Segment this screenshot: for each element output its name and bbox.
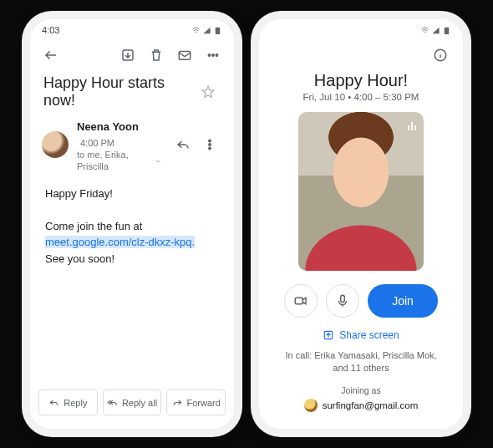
email-subject: Happy Hour starts now! bbox=[43, 74, 196, 109]
star-icon[interactable] bbox=[196, 79, 221, 104]
share-screen-button[interactable]: Share screen bbox=[259, 324, 463, 349]
sender-avatar[interactable] bbox=[42, 131, 69, 158]
sender-name: Neena Yoon bbox=[77, 120, 139, 133]
meeting-time: Fri, Jul 10 • 4:00 – 5:30 PM bbox=[259, 92, 463, 102]
trash-icon[interactable] bbox=[144, 43, 169, 68]
svg-rect-2 bbox=[179, 52, 191, 60]
footer-actions: Reply Reply all Forward bbox=[30, 381, 234, 429]
body-line1: Come join the fun at bbox=[45, 220, 142, 232]
svg-point-5 bbox=[216, 54, 217, 56]
subject-row: Happy Hour starts now! bbox=[30, 69, 234, 118]
in-call-text: In call: Erika Yamasaki, Priscilla Mok, … bbox=[259, 349, 463, 375]
svg-rect-11 bbox=[295, 298, 302, 304]
video-preview[interactable] bbox=[298, 112, 424, 271]
sender-info: Neena Yoon 4:00 PM to me, Erika, Priscil… bbox=[77, 118, 162, 172]
forward-button[interactable]: Forward bbox=[166, 389, 226, 415]
info-icon[interactable] bbox=[428, 43, 453, 68]
joining-as: surfingfan@gmail.com bbox=[259, 399, 463, 412]
gmail-phone: 4:03 Happy Hour starts now! bbox=[30, 19, 234, 429]
svg-point-6 bbox=[209, 140, 211, 142]
mail-icon[interactable] bbox=[172, 43, 197, 68]
svg-rect-0 bbox=[216, 27, 221, 33]
meet-phone: Happy Hour! Fri, Jul 10 • 4:00 – 5:30 PM… bbox=[259, 19, 463, 429]
meeting-title: Happy Hour! bbox=[259, 71, 463, 90]
join-button[interactable]: Join bbox=[368, 284, 438, 318]
signal-icon bbox=[202, 26, 211, 35]
back-icon[interactable] bbox=[38, 43, 64, 68]
status-icons bbox=[420, 26, 451, 35]
status-time: 4:03 bbox=[42, 25, 59, 35]
sender-actions bbox=[170, 132, 222, 157]
svg-point-8 bbox=[209, 148, 211, 150]
meet-header: Happy Hour! Fri, Jul 10 • 4:00 – 5:30 PM bbox=[259, 68, 463, 104]
sender-time: 4:00 PM bbox=[80, 138, 114, 148]
svg-point-4 bbox=[212, 54, 214, 56]
reply-all-button[interactable]: Reply all bbox=[103, 389, 162, 415]
mic-toggle-icon[interactable] bbox=[326, 284, 359, 318]
body-line2: See you soon! bbox=[45, 252, 114, 265]
svg-point-7 bbox=[209, 144, 211, 145]
battery-icon bbox=[213, 26, 222, 35]
status-icons bbox=[191, 26, 222, 35]
sender-to[interactable]: to me, Erika, Priscilla bbox=[77, 150, 162, 171]
user-avatar bbox=[304, 399, 318, 412]
email-body: Happy Friday! Come join the fun at meet.… bbox=[30, 181, 234, 272]
reply-button[interactable]: Reply bbox=[38, 389, 98, 415]
status-bar: 4:03 bbox=[30, 19, 234, 38]
body-greeting: Happy Friday! bbox=[45, 186, 219, 202]
sender-row: Neena Yoon 4:00 PM to me, Erika, Priscil… bbox=[30, 118, 234, 181]
reply-icon[interactable] bbox=[170, 132, 196, 157]
archive-icon[interactable] bbox=[115, 43, 140, 68]
battery-icon bbox=[442, 26, 451, 35]
overflow-icon[interactable] bbox=[201, 43, 226, 68]
wifi-icon bbox=[420, 26, 429, 35]
meet-toolbar bbox=[259, 38, 463, 68]
svg-rect-12 bbox=[341, 295, 345, 302]
wifi-icon bbox=[191, 26, 201, 35]
chevron-down-icon bbox=[155, 157, 162, 165]
joining-label: Joining as bbox=[259, 385, 463, 395]
gmail-toolbar bbox=[30, 38, 234, 69]
more-vert-icon[interactable] bbox=[197, 132, 222, 157]
status-bar bbox=[259, 19, 463, 38]
user-email: surfingfan@gmail.com bbox=[323, 400, 419, 410]
meet-link[interactable]: meet.google.com/clz-dkxz-kpq. bbox=[45, 236, 195, 248]
controls: Join bbox=[259, 281, 463, 324]
signal-icon bbox=[431, 26, 440, 35]
camera-toggle-icon[interactable] bbox=[284, 284, 318, 318]
svg-rect-9 bbox=[445, 27, 450, 33]
svg-point-3 bbox=[208, 54, 210, 56]
audio-level-icon bbox=[407, 119, 417, 134]
